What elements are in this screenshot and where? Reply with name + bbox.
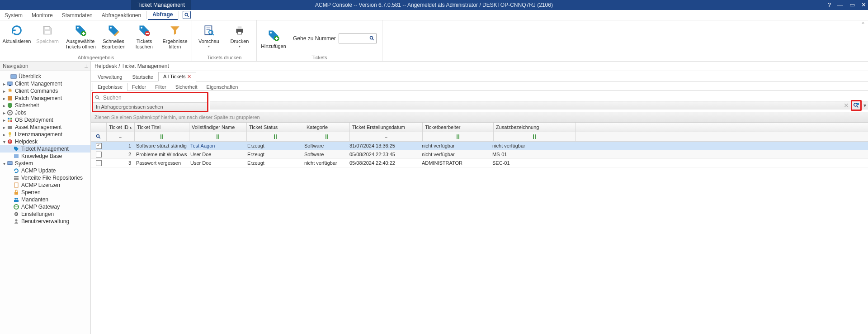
svg-rect-38 xyxy=(8,162,12,165)
maximize-button[interactable]: ▭ xyxy=(849,0,855,10)
row-checkbox[interactable] xyxy=(96,143,102,149)
gehe-zu-nummer-input[interactable] xyxy=(339,33,377,43)
help-icon[interactable]: ? xyxy=(828,0,831,10)
nav-helpdesk[interactable]: ▾Helpdesk xyxy=(0,138,90,145)
ausgewaehlte-tickets-oeffnen-button[interactable]: Ausgewählte Tickets öffnen xyxy=(64,23,97,49)
svg-point-0 xyxy=(185,13,188,16)
nav-acmp-lizenzen[interactable]: ACMP Lizenzen xyxy=(0,181,90,189)
printer-icon xyxy=(232,23,247,38)
nav-asset-management[interactable]: ▸Asset Management xyxy=(0,124,90,131)
menu-monitore[interactable]: Monitore xyxy=(27,11,57,20)
close-button[interactable]: ✕ xyxy=(861,0,866,10)
table-row[interactable]: 3 Passwort vergessen User Doe Erzeugt ni… xyxy=(91,159,868,167)
svg-point-53 xyxy=(854,103,857,106)
nav-mandanten[interactable]: Mandanten xyxy=(0,196,90,203)
cell-name[interactable]: Test Aagon xyxy=(188,142,245,150)
nav-acmp-gateway[interactable]: ACMP Gateway xyxy=(0,203,90,210)
pin-icon[interactable]: ⟂ xyxy=(85,63,88,69)
tickets-loeschen-button[interactable]: Tickets löschen xyxy=(130,23,158,49)
subtab-sicherheit[interactable]: Sicherheit xyxy=(171,83,202,91)
ribbon-collapse-icon[interactable]: ⌃ xyxy=(861,21,865,28)
drucken-button[interactable]: Drucken ▾ xyxy=(226,23,254,49)
nav-system[interactable]: ▾System xyxy=(0,160,90,167)
tab-startseite[interactable]: Startseite xyxy=(127,72,158,81)
schnelles-bearbeiten-button[interactable]: Schnelles Bearbeiten xyxy=(99,23,127,49)
filter-cell[interactable]: = xyxy=(350,132,423,141)
nav-client-management[interactable]: ▸Client Management xyxy=(0,80,90,87)
svg-point-26 xyxy=(9,112,11,114)
col-kategorie[interactable]: Kategorie xyxy=(304,123,350,132)
filter-cell[interactable] xyxy=(494,132,576,141)
nav-einstellungen[interactable]: Einstellungen xyxy=(0,210,90,218)
menu-stammdaten[interactable]: Stammdaten xyxy=(57,11,97,20)
svg-point-50 xyxy=(15,219,18,222)
nav-jobs[interactable]: ▸Jobs xyxy=(0,109,90,116)
svg-rect-36 xyxy=(9,143,10,143)
search-input[interactable] xyxy=(102,94,205,101)
ergebnisse-l2: filtern xyxy=(169,44,181,49)
col-ticket-status[interactable]: Ticket Status xyxy=(247,123,304,132)
nav-client-commands[interactable]: ▸Client Commands xyxy=(0,87,90,95)
col-erstellungsdatum[interactable]: Ticket Erstellungsdatum xyxy=(350,123,423,132)
titlebar: Ticket Management ACMP Console -- Versio… xyxy=(0,0,868,10)
col-zusatzbezeichnung[interactable]: Zusatzbezeichnung xyxy=(494,123,576,132)
table-row[interactable]: 2 Probleme mit Windows User Doe Erzeugt … xyxy=(91,150,868,159)
menu-system[interactable]: System xyxy=(0,11,27,20)
filter-cell[interactable] xyxy=(91,132,107,141)
nav-sperren[interactable]: Sperren xyxy=(0,189,90,196)
cell-bearbeiter: nicht verfügbar xyxy=(420,142,490,150)
filter-cell[interactable] xyxy=(423,132,494,141)
minimize-button[interactable]: — xyxy=(837,0,843,10)
row-checkbox[interactable] xyxy=(96,152,102,157)
search-settings-icon[interactable] xyxy=(853,102,860,109)
ergebnisse-filtern-button[interactable]: Ergebnisse filtern xyxy=(161,23,189,49)
group-by-bar[interactable]: Ziehen Sie einen Spaltenkopf hierhin, um… xyxy=(91,112,868,123)
tab-close-icon[interactable]: ✕ xyxy=(187,74,191,79)
row-checkbox[interactable] xyxy=(96,160,102,166)
svg-rect-15 xyxy=(238,26,242,29)
search-hint: In Abfrageergebnissen suchen xyxy=(93,103,207,111)
nav-patch-management[interactable]: ▸Patch Management xyxy=(0,95,90,102)
clear-search-icon[interactable]: ✕ xyxy=(844,102,849,109)
dropdown-caret-icon[interactable]: ▾ xyxy=(863,102,866,109)
table-row[interactable]: 1 Software stürzt ständig ab Test Aagon … xyxy=(91,142,868,150)
nav-benutzerverwaltung[interactable]: Benutzerverwaltung xyxy=(0,218,90,225)
col-ticketbearbeiter[interactable]: Ticketbearbeiter xyxy=(423,123,494,132)
col-checkbox[interactable] xyxy=(91,123,107,132)
hinzufuegen-button[interactable]: Hinzufügen xyxy=(259,28,288,49)
menu-search-icon[interactable] xyxy=(183,11,191,19)
nav-ueberblick[interactable]: Überblick xyxy=(0,73,90,80)
tab-verwaltung[interactable]: Verwaltung xyxy=(93,72,127,81)
subtab-filter[interactable]: Filter xyxy=(151,83,170,91)
nav-verteilte-file-repositories[interactable]: Verteilte File Repositories xyxy=(0,174,90,181)
schnelles-l1: Schnelles xyxy=(103,38,124,44)
filter-cell[interactable] xyxy=(189,132,247,141)
nav-knowledge-base[interactable]: Knowledge Base xyxy=(0,153,90,160)
filter-cell[interactable]: = xyxy=(107,132,135,141)
search-icon[interactable] xyxy=(369,36,375,41)
sub-tabs: Ergebnisse Felder Filter Sicherheit Eige… xyxy=(91,81,868,91)
vorschau-button[interactable]: Vorschau ▾ xyxy=(195,23,223,49)
cell-id: 3 xyxy=(106,159,134,167)
nav-lizenzmanagement[interactable]: ▸Lizenzmanagement xyxy=(0,131,90,138)
grid-filter-row: = = xyxy=(91,132,868,142)
col-ticket-id[interactable]: Ticket ID▴ xyxy=(107,123,135,132)
navigation-header: Navigation ⟂ xyxy=(0,62,90,71)
menu-abfrageaktionen[interactable]: Abfrageaktionen xyxy=(97,11,146,20)
col-ticket-titel[interactable]: Ticket Titel xyxy=(135,123,189,132)
nav-sicherheit[interactable]: ▸Sicherheit xyxy=(0,102,90,109)
subtab-ergebnisse[interactable]: Ergebnisse xyxy=(93,83,127,91)
subtab-felder[interactable]: Felder xyxy=(127,83,151,91)
tab-all-tickets[interactable]: All Tickets✕ xyxy=(158,72,197,81)
subtab-eigenschaften[interactable]: Eigenschaften xyxy=(202,83,243,91)
aktualisieren-button[interactable]: Aktualisieren xyxy=(3,23,31,44)
nav-ticket-management[interactable]: Ticket Management xyxy=(0,145,90,153)
filter-contains-icon xyxy=(532,134,537,139)
nav-os-deployment[interactable]: ▸OS Deployment xyxy=(0,116,90,124)
filter-cell[interactable] xyxy=(304,132,350,141)
col-vollstaendiger-name[interactable]: Vollständiger Name xyxy=(189,123,247,132)
filter-cell[interactable] xyxy=(135,132,189,141)
filter-cell[interactable] xyxy=(247,132,304,141)
menu-abfrage[interactable]: Abfrage xyxy=(148,10,177,20)
nav-acmp-update[interactable]: ACMP Update xyxy=(0,167,90,174)
